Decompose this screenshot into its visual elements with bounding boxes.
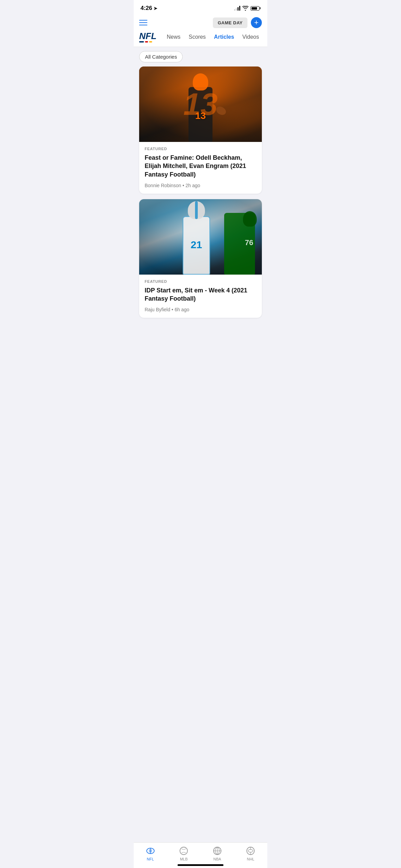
top-nav-right: GAME DAY + <box>213 17 262 28</box>
nfl-logo-text: NFL <box>139 32 157 40</box>
add-button[interactable]: + <box>251 17 262 28</box>
wifi-icon <box>242 6 248 11</box>
status-icons <box>234 6 260 11</box>
nfl-logo-underline <box>139 41 157 43</box>
battery-icon <box>251 6 260 11</box>
article-dot-1: • <box>183 183 186 188</box>
tab-articles[interactable]: Articles <box>210 33 238 41</box>
hamburger-line-3 <box>139 25 147 25</box>
tab-news[interactable]: News <box>163 33 185 41</box>
article-time-2: 6h ago <box>174 307 189 312</box>
signal-icon <box>234 6 240 11</box>
hamburger-menu-button[interactable] <box>139 20 147 25</box>
article-title-2: IDP Start em, Sit em - Week 4 (2021 Fant… <box>145 286 256 303</box>
article-tag-1: FEATURED <box>145 147 256 151</box>
filter-bar: All Categories <box>134 47 267 67</box>
article-body-1: FEATURED Feast or Famine: Odell Beckham,… <box>139 142 262 194</box>
article-image-2: 76 21 <box>139 199 262 275</box>
article-meta-2: Raju Byfield • 6h ago <box>145 307 256 312</box>
articles-list: 13 13 FEATURED Feast or Famine: Odell Be… <box>134 67 267 352</box>
article-title-1: Feast or Famine: Odell Beckham, Elijah M… <box>145 154 256 179</box>
article-author-1: Bonnie Robinson <box>145 183 181 188</box>
tab-videos[interactable]: Videos <box>238 33 263 41</box>
all-categories-chip[interactable]: All Categories <box>139 51 183 62</box>
article-time-1: 2h ago <box>185 183 200 188</box>
article-meta-1: Bonnie Robinson • 2h ago <box>145 183 256 188</box>
tab-scores[interactable]: Scores <box>185 33 210 41</box>
hamburger-line-2 <box>139 22 147 23</box>
article-card-2[interactable]: 76 21 FEATURED IDP Start em, Sit em - We… <box>139 199 262 318</box>
location-icon: ➤ <box>154 6 157 11</box>
article-tag-2: FEATURED <box>145 279 256 284</box>
article-author-2: Raju Byfield <box>145 307 170 312</box>
status-bar: 4:26 ➤ <box>134 0 267 14</box>
nfl-logo: NFL <box>139 32 157 43</box>
game-day-button[interactable]: GAME DAY <box>213 17 247 28</box>
article-image-1: 13 13 <box>139 67 262 142</box>
nav-tabs: NFL News Scores Articles Videos <box>134 28 267 47</box>
hamburger-line-1 <box>139 20 147 21</box>
top-nav: GAME DAY + <box>134 14 267 28</box>
article-card-1[interactable]: 13 13 FEATURED Feast or Famine: Odell Be… <box>139 67 262 194</box>
status-time: 4:26 ➤ <box>141 5 157 12</box>
article-body-2: FEATURED IDP Start em, Sit em - Week 4 (… <box>139 275 262 318</box>
